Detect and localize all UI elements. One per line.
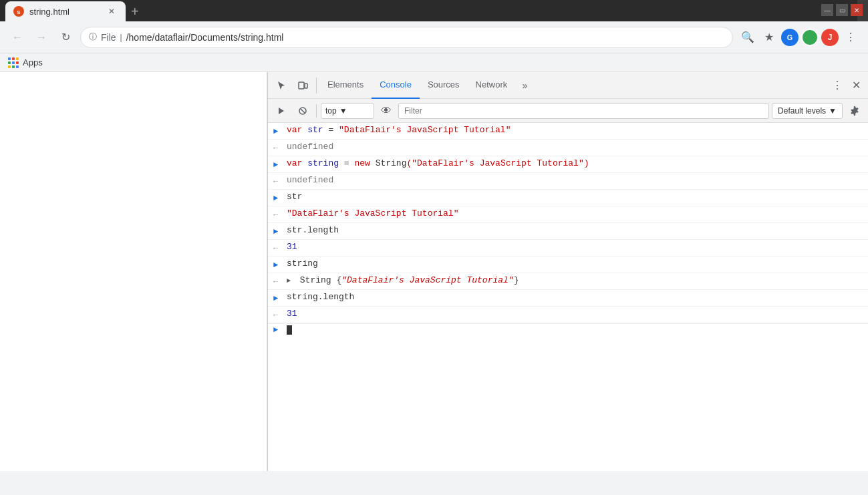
profile-status (801, 29, 819, 46)
console-content: var string = new String("DataFlair's Jav… (287, 158, 863, 170)
console-row: ► string.length (268, 290, 868, 307)
close-button[interactable]: ✕ (851, 4, 863, 16)
console-content: string (287, 258, 863, 270)
toolbar-right: 🔍 ★ G J ⋮ (738, 28, 860, 47)
input-arrow-icon: ► (273, 158, 287, 171)
console-content: str.length (287, 224, 863, 236)
devtools-toolbar: top ▼ 👁 Default levels ▼ (268, 99, 868, 123)
expand-triangle-icon[interactable]: ► (287, 275, 295, 287)
default-levels-arrow: ▼ (829, 106, 837, 116)
context-selector[interactable]: top ▼ (321, 103, 374, 119)
console-row: ← ► String {"DataFlair's JavaScript Tuto… (268, 273, 868, 290)
profile-avatar-user[interactable]: J (821, 29, 839, 46)
browser-tab[interactable]: S string.html ✕ (5, 1, 126, 21)
console-row: ► var str = "DataFlair's JavaScript Tuto… (268, 123, 868, 140)
input-arrow-icon: ► (273, 291, 287, 305)
window-controls: — ▭ ✕ (821, 4, 863, 16)
apps-dot-1 (8, 57, 11, 60)
reload-button[interactable]: ↻ (56, 28, 75, 47)
minimize-button[interactable]: — (821, 4, 833, 16)
console-row: ► str.length (268, 223, 868, 240)
devtools-panel: Elements Console Sources Network » ⋮ ✕ (267, 72, 868, 471)
bookmark-button[interactable]: ★ (760, 28, 778, 47)
input-arrow-icon: ► (273, 258, 287, 271)
console-content: str (287, 191, 863, 203)
output-arrow-icon: ← (273, 308, 287, 321)
output-arrow-icon: ← (273, 174, 287, 188)
console-content: "DataFlair's JavaScript Tutorial" (287, 208, 863, 220)
address-separator: | (120, 33, 122, 42)
console-row: ← 31 (268, 307, 868, 323)
svg-text:S: S (17, 9, 21, 15)
maximize-button[interactable]: ▭ (836, 4, 848, 16)
more-tabs-button[interactable]: » (515, 76, 534, 95)
console-content: ► String {"DataFlair's JavaScript Tutori… (287, 275, 863, 287)
eye-button[interactable]: 👁 (377, 102, 396, 120)
toolbar-separator (316, 104, 317, 118)
back-button[interactable]: ← (8, 28, 27, 47)
console-content: undefined (287, 141, 863, 153)
main-content: Elements Console Sources Network » ⋮ ✕ (0, 72, 868, 471)
svg-rect-3 (305, 84, 307, 88)
address-input[interactable]: ⓘ File | /home/dataflair/Documents/strin… (80, 27, 733, 48)
console-content: undefined (287, 174, 863, 186)
apps-dot-7 (8, 65, 11, 68)
menu-button[interactable]: ⋮ (841, 28, 860, 47)
svg-line-6 (301, 109, 305, 113)
new-tab-button[interactable]: + (126, 1, 144, 21)
input-arrow-icon: ► (273, 224, 287, 238)
console-input-arrow-icon: ► (273, 325, 287, 335)
console-content: 31 (287, 241, 863, 253)
apps-dot-8 (12, 65, 15, 68)
context-value: top (325, 106, 337, 116)
console-row: ► var string = new String("DataFlair's J… (268, 156, 868, 173)
devtools-tabs: Elements Console Sources Network » ⋮ ✕ (268, 72, 868, 99)
run-button[interactable] (272, 102, 291, 120)
input-arrow-icon: ► (273, 124, 287, 138)
output-arrow-icon: ← (273, 241, 287, 255)
apps-grid-icon[interactable] (8, 57, 19, 68)
apps-dot-3 (16, 57, 19, 60)
apps-label[interactable]: Apps (23, 57, 43, 67)
profile-avatar-green[interactable]: G (781, 29, 799, 46)
tab-title: string.html (29, 7, 69, 17)
console-cursor (287, 325, 292, 335)
input-arrow-icon: ► (273, 191, 287, 204)
tab-close-button[interactable]: ✕ (106, 5, 118, 17)
filter-input[interactable] (398, 103, 769, 119)
output-arrow-icon: ← (273, 141, 287, 154)
console-input-row[interactable]: ► (268, 323, 868, 336)
output-arrow-icon: ← (273, 275, 287, 288)
title-bar: S string.html ✕ + — ▭ ✕ (0, 0, 868, 21)
svg-marker-4 (279, 108, 284, 114)
search-button[interactable]: 🔍 (738, 28, 757, 47)
secure-icon: ⓘ (89, 31, 97, 43)
apps-dot-9 (16, 65, 19, 68)
tab-console[interactable]: Console (372, 72, 420, 99)
page-panel (0, 72, 267, 471)
inspect-cursor-icon[interactable] (271, 75, 292, 96)
tab-elements[interactable]: Elements (319, 72, 372, 99)
clear-console-button[interactable] (293, 102, 312, 120)
tab-bar: S string.html ✕ + (0, 0, 857, 21)
console-row: ← "DataFlair's JavaScript Tutorial" (268, 206, 868, 223)
address-path: /home/dataflair/Documents/string.html (126, 32, 284, 43)
apps-dot-6 (16, 61, 19, 64)
console-row: ← 31 (268, 240, 868, 257)
tab-network[interactable]: Network (468, 72, 516, 99)
default-levels-label: Default levels (778, 106, 826, 116)
console-row: ► str (268, 190, 868, 206)
forward-button[interactable]: → (32, 28, 51, 47)
default-levels-button[interactable]: Default levels ▼ (772, 103, 843, 119)
device-toggle-icon[interactable] (292, 75, 313, 96)
tab-sources[interactable]: Sources (420, 72, 468, 99)
console-output[interactable]: ► var str = "DataFlair's JavaScript Tuto… (268, 123, 868, 471)
console-row: ← undefined (268, 140, 868, 156)
apps-dot-5 (12, 61, 15, 64)
apps-dot-4 (8, 61, 11, 64)
dropdown-arrow-icon: ▼ (339, 106, 347, 116)
devtools-more-button[interactable]: ⋮ (828, 76, 847, 95)
console-settings-button[interactable] (845, 102, 864, 120)
console-row: ← undefined (268, 173, 868, 190)
devtools-close-button[interactable]: ✕ (847, 76, 865, 95)
